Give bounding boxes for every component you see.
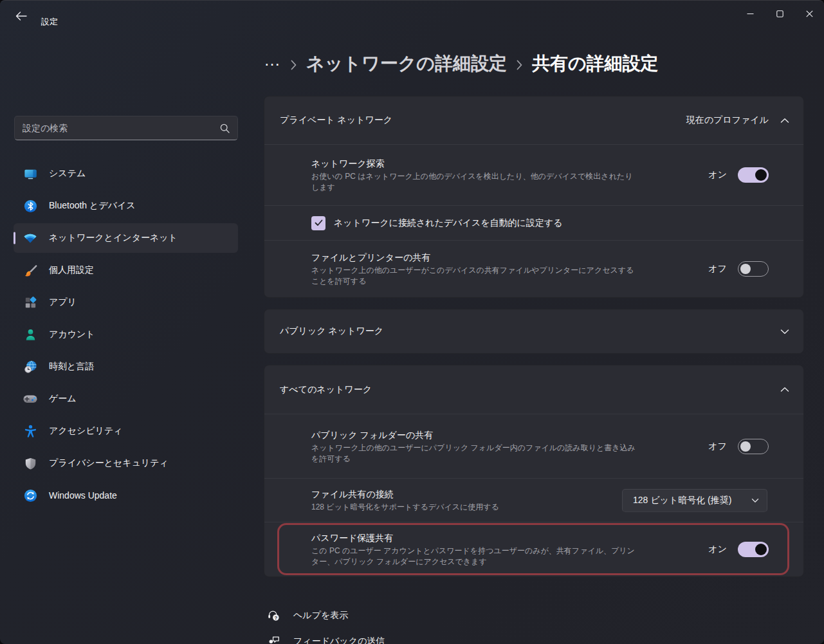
file-printer-sharing-row: ファイルとプリンターの共有 ネットワーク上の他のユーザーがこのデバイスの共有ファ… [264, 240, 803, 297]
toggle-knob [755, 169, 767, 181]
setting-title: ネットワーク探索 [311, 157, 639, 170]
search-box[interactable] [14, 116, 238, 140]
sidebar-item-network-internet[interactable]: ネットワークとインターネット [14, 223, 238, 253]
chevron-up-icon [780, 387, 789, 392]
all-networks-expander[interactable]: すべてのネットワーク [264, 365, 803, 414]
sidebar-item-accessibility[interactable]: アクセシビリティ [14, 416, 238, 446]
breadcrumb-parent[interactable]: ネットワークの詳細設定 [306, 51, 507, 76]
public-folder-sharing-row: パブリック フォルダーの共有 ネットワーク上の他のユーザーにパブリック フォルダ… [264, 414, 803, 478]
sidebar-item-label: システム [49, 168, 86, 179]
shield-icon [23, 455, 38, 471]
sidebar-nav: システム Bluetooth とデバイス ネットワークとインターネット 個人用設… [14, 159, 238, 513]
network-discovery-row: ネットワーク探索 お使いの PC はネットワーク上の他のデバイスを検出したり、他… [264, 144, 803, 205]
paintbrush-icon [23, 262, 38, 278]
maximize-icon [776, 10, 783, 17]
setting-title: パブリック フォルダーの共有 [311, 428, 639, 441]
get-help-link[interactable]: ? ヘルプを表示 [264, 603, 804, 629]
setting-description: 128 ビット暗号化をサポートするデバイスに使用する [311, 502, 499, 513]
bluetooth-icon [23, 198, 38, 214]
sidebar-item-label: 個人用設定 [49, 264, 94, 276]
breadcrumb: … ネットワークの詳細設定 共有の詳細設定 [264, 32, 804, 96]
sidebar-item-apps[interactable]: アプリ [14, 288, 238, 317]
search-icon[interactable] [220, 124, 230, 133]
back-arrow-icon [15, 12, 27, 21]
file-sharing-connections-row: ファイル共有の接続 128 ビット暗号化をサポートするデバイスに使用する 128… [264, 478, 803, 522]
sidebar-item-accounts[interactable]: アカウント [14, 320, 238, 349]
dropdown-selected-value: 128 ビット暗号化 (推奨) [633, 495, 731, 506]
toggle-knob [740, 264, 751, 274]
give-feedback-link[interactable]: フィードバックの送信 [264, 629, 804, 644]
footer-links: ? ヘルプを表示 フィードバックの送信 [264, 603, 804, 644]
setting-description: ネットワーク上の他のユーザーがこのデバイスの共有ファイルやプリンターにアクセスす… [311, 265, 639, 287]
give-feedback-label: フィードバックの送信 [293, 636, 385, 644]
encryption-dropdown[interactable]: 128 ビット暗号化 (推奨) [622, 489, 767, 512]
sidebar-item-label: Bluetooth とデバイス [49, 200, 136, 212]
setting-title: ファイルとプリンターの共有 [311, 251, 639, 264]
setting-description: この PC のユーザー アカウントとパスワードを持つユーザーのみが、共有ファイル… [311, 546, 639, 567]
help-headset-icon: ? [266, 608, 281, 623]
sidebar-item-label: 時刻と言語 [49, 361, 94, 373]
get-help-label: ヘルプを表示 [293, 610, 348, 621]
sidebar-item-personalization[interactable]: 個人用設定 [14, 255, 238, 285]
back-button[interactable] [10, 6, 32, 26]
sidebar-item-label: ゲーム [49, 393, 77, 405]
toggle-knob [740, 441, 751, 452]
file-printer-sharing-toggle[interactable] [738, 261, 769, 277]
sidebar-item-label: アクセシビリティ [49, 425, 123, 437]
all-networks-card: すべてのネットワーク パブリック フォルダーの共有 ネットワーク上の他のユーザー… [264, 365, 804, 577]
toggle-state-label: オン [708, 544, 727, 555]
titlebar: 設定 [0, 1, 824, 32]
svg-text:?: ? [274, 615, 277, 621]
update-refresh-icon [23, 488, 38, 503]
private-network-expander[interactable]: プライベート ネットワーク 現在のプロファイル [264, 97, 803, 144]
password-protected-sharing-toggle[interactable] [738, 542, 769, 557]
public-folder-sharing-toggle[interactable] [738, 439, 769, 454]
auto-setup-checkbox[interactable] [311, 216, 325, 230]
setting-title: ファイル共有の接続 [311, 488, 499, 501]
network-discovery-toggle[interactable] [738, 167, 769, 183]
public-network-expander[interactable]: パブリック ネットワーク [264, 309, 803, 353]
sidebar-item-bluetooth[interactable]: Bluetooth とデバイス [14, 191, 238, 221]
account-person-icon [23, 327, 38, 342]
sidebar-item-windows-update[interactable]: Windows Update [14, 481, 238, 510]
setting-title: パスワード保護共有 [311, 531, 639, 544]
toggle-state-label: オフ [708, 441, 727, 452]
checkbox-label: ネットワークに接続されたデバイスを自動的に設定する [334, 217, 563, 229]
password-protected-sharing-row: パスワード保護共有 この PC のユーザー アカウントとパスワードを持つユーザー… [264, 522, 803, 576]
toggle-state-label: オフ [708, 263, 727, 275]
sidebar-item-time-language[interactable]: 時刻と言語 [14, 352, 238, 382]
sidebar-item-gaming[interactable]: ゲーム [14, 384, 238, 414]
chevron-right-icon [290, 57, 297, 71]
private-network-card: プライベート ネットワーク 現在のプロファイル ネットワーク探索 お使いの PC… [264, 96, 804, 298]
window-title: 設定 [41, 16, 58, 28]
search-input[interactable] [23, 123, 220, 133]
sidebar: システム Bluetooth とデバイス ネットワークとインターネット 個人用設… [0, 32, 255, 644]
sidebar-item-label: ネットワークとインターネット [49, 232, 178, 244]
section-title: パブリック ネットワーク [280, 326, 383, 337]
system-icon [23, 166, 38, 181]
sidebar-item-system[interactable]: システム [14, 159, 238, 189]
setting-description: ネットワーク上の他のユーザーにパブリック フォルダー内のファイルの読み取りと書き… [311, 443, 639, 465]
sidebar-item-label: アプリ [49, 297, 77, 308]
accessibility-person-icon [23, 423, 38, 439]
public-network-card: パブリック ネットワーク [264, 309, 804, 354]
chevron-down-icon [751, 498, 759, 503]
toggle-state-label: オン [708, 169, 727, 181]
minimize-button[interactable] [735, 1, 765, 26]
page-title: 共有の詳細設定 [532, 51, 659, 76]
breadcrumb-ellipsis-button[interactable]: … [264, 57, 281, 71]
toggle-knob [755, 544, 767, 555]
section-title: プライベート ネットワーク [280, 115, 392, 126]
maximize-button[interactable] [765, 1, 794, 26]
checkmark-icon [315, 219, 323, 226]
close-icon [806, 10, 813, 17]
settings-window: 設定 システム [0, 0, 824, 644]
chevron-right-icon [516, 57, 523, 71]
minimize-icon [747, 10, 754, 17]
wifi-icon [23, 230, 38, 246]
sidebar-item-label: プライバシーとセキュリティ [49, 457, 169, 469]
sidebar-item-privacy-security[interactable]: プライバシーとセキュリティ [14, 448, 238, 478]
close-button[interactable] [794, 1, 824, 26]
setting-description: お使いの PC はネットワーク上の他のデバイスを検出したり、他のデバイスで検出さ… [311, 171, 639, 193]
chevron-up-icon [780, 118, 789, 124]
